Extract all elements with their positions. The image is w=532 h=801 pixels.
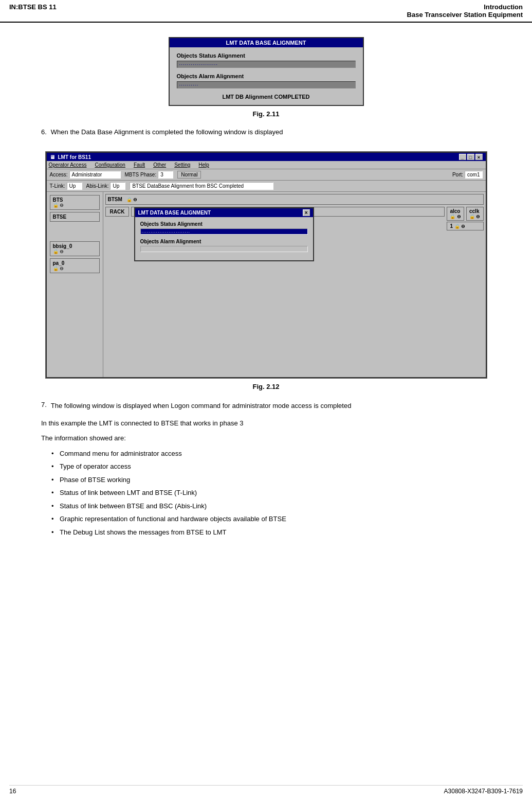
fig211-progress2: ·········· [177,81,356,88]
menu-configuration[interactable]: Configuration [95,162,125,168]
lmt-window: 🖥 LMT for BS11 _ □ × Operator Access Con… [46,152,487,378]
pa-icons: 🔒 ⊖ [53,266,97,271]
left-panel: BTS 🔒 ⊖ BTSE bbsig_0 🔒 ⊖ pa_0 🔒 ⊖ [47,192,103,377]
lmt-title-bar: 🖥 LMT for BS11 _ □ × [47,153,486,161]
bbsig-label: bbsig_0 [53,243,97,249]
footer-left: 16 [9,788,16,795]
page-header: IN:BTSE BS 11 Introduction Base Transcei… [0,0,532,23]
minimize-button[interactable]: _ [459,154,466,160]
pa-label: pa_0 [53,260,97,266]
rack-label: RACK [110,209,125,215]
step7-text: The following window is displayed when L… [51,401,352,411]
list-item: Status of link between BTSE and BSC (Abi… [51,501,491,511]
page-content: LMT DATA BASE ALIGNMENT Objects Status A… [0,23,532,571]
step6-num: 6. [41,128,47,144]
trx1-label: 1 [450,223,453,229]
normal-field: Normal [177,171,201,179]
fig212-screenshot: 🖥 LMT for BS11 _ □ × Operator Access Con… [45,151,487,379]
abis-field: Abis-Link: Up [86,182,126,190]
info-bar-1: Access: Administrator MBTS Phase: 3 Norm… [47,169,486,181]
tlink-label: T-Link: [50,183,65,189]
close-button[interactable]: × [475,154,483,160]
page-footer: 16 A30808-X3247-B309-1-7619 [9,785,523,795]
tlink-field: T-Link: Up [50,182,82,190]
fig211-completed: LMT DB Alignment COMPLETED [177,94,356,100]
body-para1: In this example the LMT is connected to … [41,418,491,429]
btsm-area: BTSM 🔒 ⊖ [105,194,484,205]
step6-row: 6. When the Data Base Alignment is compl… [41,128,491,144]
footer-right: A30808-X3247-B309-1-7619 [444,788,523,795]
title-bar-left: 🖥 LMT for BS11 [50,154,91,160]
step7-row: 7. The following window is displayed whe… [41,401,491,411]
btse-status: BTSE DataBase Alignment from BSC Complet… [130,182,273,190]
bbsig-box[interactable]: bbsig_0 🔒 ⊖ [50,241,100,256]
fig211-section1-title: Objects Status Alignment [177,52,356,59]
menu-setting[interactable]: Setting [174,162,190,168]
btse-status-field: BTSE DataBase Alignment from BSC Complet… [130,182,273,190]
overlay-progress2 [140,246,308,252]
alco-box[interactable]: alco 🔒 ⊖ [447,207,464,221]
mbts-value: 3 [158,171,173,179]
port-field: Port: com1 [452,171,483,179]
overlay-title-bar: LMT DATA BASE ALIGNMENT × [135,208,313,217]
overlay-close[interactable]: × [303,209,310,216]
menu-operator-access[interactable]: Operator Access [49,162,87,168]
fig211-body: Objects Status Alignment ···············… [170,47,363,105]
window-title: LMT for BS11 [58,154,91,160]
access-value: Administrator [69,171,121,179]
menu-other[interactable]: Other [153,162,166,168]
bullet-list: Command menu for administrator accessTyp… [51,449,491,538]
header-left: IN:BTSE BS 11 [9,3,57,19]
port-value: com1 [465,171,482,179]
list-item: The Debug List shows the messages from B… [51,527,491,538]
menu-bar: Operator Access Configuration Fault Othe… [47,161,486,169]
cclk-icons: 🔒 ⊖ [469,214,481,219]
overlay-section2: Objects Alarm Alignment [140,239,308,244]
menu-fault[interactable]: Fault [134,162,145,168]
btse-label: BTSE [53,214,97,220]
tlink-value: Up [67,182,82,190]
pa-box[interactable]: pa_0 🔒 ⊖ [50,258,100,273]
btsm-label: BTSM [108,197,122,202]
btse-box[interactable]: BTSE [50,212,100,222]
bts-box[interactable]: BTS 🔒 ⊖ [50,195,100,210]
overlay-body: Objects Status Alignment ···············… [135,217,313,260]
cclk-label: cclk [469,208,481,214]
bts-icons: 🔒 ⊖ [53,203,97,208]
fig211-title-bar: LMT DATA BASE ALIGNMENT [170,38,363,47]
trx1-box[interactable]: 1 🔒 ⊖ [447,222,483,230]
fig211-label: Fig. 2.11 [41,110,491,118]
rack-box[interactable]: RACK [105,207,130,217]
port-label: Port: [452,172,463,177]
overlay-title: LMT DATA BASE ALIGNMENT [138,210,211,216]
main-panel: BTS 🔒 ⊖ BTSE bbsig_0 🔒 ⊖ pa_0 🔒 ⊖ [47,192,486,377]
header-right: Introduction Base Transceiver Station Eq… [407,3,523,19]
bts-label: BTS [53,197,97,203]
abis-label: Abis-Link: [86,183,109,189]
fig211-progress1: ···················· [177,61,356,68]
normal-badge: Normal [177,171,201,179]
window-icon: 🖥 [50,154,55,160]
cclk-box[interactable]: cclk 🔒 ⊖ [466,207,484,221]
mbts-label: MBTS Phase: [125,172,157,177]
title-bar-controls[interactable]: _ □ × [459,154,483,160]
btsm-icons: 🔒 ⊖ [126,197,138,202]
fig211-section2-title: Objects Alarm Alignment [177,73,356,79]
step7-num: 7. [41,401,47,411]
list-item: Command menu for administrator access [51,449,491,459]
bbsig-icons: 🔒 ⊖ [53,249,97,254]
overlay-progress1: ··························· [140,228,308,235]
lmt-overlay-dialog: LMT DATA BASE ALIGNMENT × Objects Status… [134,207,314,261]
step6-text: When the Data Base Alignment is complete… [51,128,283,136]
menu-help[interactable]: Help [198,162,209,168]
overlay-section1: Objects Status Alignment [140,221,308,227]
list-item: Status of link between LMT and BTSE (T-L… [51,488,491,498]
maximize-button[interactable]: □ [467,154,474,160]
fig211-dialog: LMT DATA BASE ALIGNMENT Objects Status A… [169,37,364,106]
alco-label: alco [450,208,461,214]
access-label: Access: [50,172,68,177]
list-item: Type of operator access [51,461,491,472]
info-bar-2: T-Link: Up Abis-Link: Up BTSE DataBase A… [47,181,486,192]
mbts-field: MBTS Phase: 3 [125,171,174,179]
fig212-label: Fig. 2.12 [41,383,491,390]
